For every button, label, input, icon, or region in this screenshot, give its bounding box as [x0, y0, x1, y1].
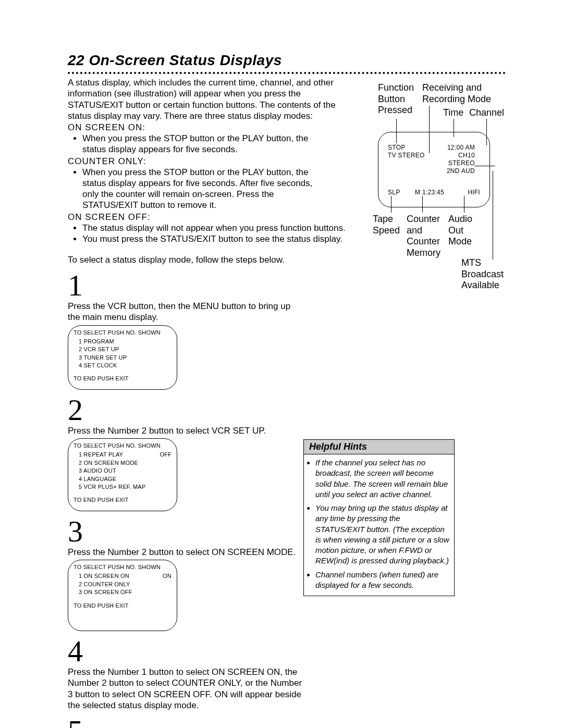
osd-item: 4 LANGUAGE [79, 475, 172, 483]
osd-item: 4 SET CLOCK [79, 362, 172, 369]
mode-on-screen-on-list: When you press the STOP button or the PL… [73, 133, 323, 155]
step-4-number: 4 [68, 636, 506, 667]
title-text: On-Screen Status Displays [89, 52, 282, 68]
hint-item: If the channel you select has no broadca… [315, 458, 451, 500]
tv-stereo: STEREO [448, 159, 475, 167]
tv-stop: STOP [388, 144, 406, 151]
annotation-tape-speed: Tape Speed [373, 214, 404, 236]
osd-header: TO SELECT PUSH NO. SHOWN [74, 563, 172, 571]
step-1-osd: TO SELECT PUSH NO. SHOWN 1 PROGRAM 2 VCR… [68, 325, 177, 390]
tv-time: 12:00 AM [447, 144, 475, 151]
osd-item: 3 ON SCREEN OFF [79, 588, 172, 596]
osd-item: 1 ON SCREEN ON [79, 572, 129, 580]
mode-counter-only-list: When you press the STOP button or the PL… [73, 167, 323, 211]
step-2-osd: TO SELECT PUSH NO. SHOWN 1 REPEAT PLAY O… [68, 438, 177, 511]
tv-channel: CH10 [458, 152, 475, 159]
osd-header: TO SELECT PUSH NO. SHOWN [74, 329, 172, 337]
step-3-text: Press the Number 2 button to select ON S… [68, 547, 302, 558]
page-title: 22 On-Screen Status Displays [68, 52, 506, 69]
osd-footer: TO END PUSH EXIT [74, 496, 172, 504]
mode-on-screen-on-bullet: When you press the STOP button or the PL… [82, 133, 323, 155]
annotation-channel: Channel [469, 107, 504, 119]
osd-header: TO SELECT PUSH NO. SHOWN [74, 442, 172, 450]
osd-item: 2 ON SCREEN MODE [79, 459, 172, 467]
osd-item: 1 REPEAT PLAY [79, 451, 123, 459]
step-2-text: Press the Number 2 button to select VCR … [68, 425, 302, 436]
page-number: 22 [68, 52, 84, 68]
osd-item-status: OFF [160, 451, 172, 459]
annotation-time: Time [443, 107, 463, 119]
tv-slp: SLP [388, 189, 400, 196]
step-3-osd: TO SELECT PUSH NO. SHOWN 1 ON SCREEN ON … [68, 560, 177, 631]
annotation-mts: MTS Broadcast Available [461, 257, 513, 291]
osd-footer: TO END PUSH EXIT [74, 602, 172, 610]
tv-2nd-aud: 2ND AUD [447, 167, 475, 175]
step-4-text: Press the Number 1 button to select ON S… [68, 667, 302, 711]
annotation-function-button: Function Button Pressed [378, 82, 425, 116]
hint-item: Channel numbers (when tuned) are display… [315, 570, 451, 591]
annotation-recording-mode: Receiving and Recording Mode [422, 82, 506, 105]
annotation-audio-out: Audio Out Mode [448, 214, 480, 248]
osd-item: 2 VCR SET UP [79, 346, 172, 353]
step-5-number: 5 [68, 716, 506, 728]
osd-item: 3 TUNER SET UP [79, 354, 172, 362]
osd-item: 3 AUDIO OUT [79, 467, 172, 475]
tv-tvstereo: TV STEREO [388, 152, 425, 159]
helpful-hints-box: Helpful Hints If the channel you select … [303, 439, 455, 596]
intro-paragraph: A status display, which includes the cur… [68, 77, 344, 121]
mode-counter-only-bullet: When you press the STOP button or the PL… [82, 167, 323, 211]
tv-hifi: HIFI [468, 189, 480, 196]
helpful-hints-heading: Helpful Hints [304, 440, 454, 454]
select-intro: To select a status display mode, follow … [68, 255, 313, 265]
title-divider [68, 72, 506, 74]
status-display-diagram: Function Button Pressed Receiving and Re… [313, 77, 511, 338]
hint-item: You may bring up the status display at a… [315, 503, 451, 566]
helpful-hints-list: If the channel you select has no broadca… [308, 458, 451, 590]
annotation-counter: Counter and Counter Memory [407, 214, 448, 258]
tv-screen-icon: STOP TV STEREO 12:00 AM CH10 STEREO 2ND … [378, 132, 490, 207]
osd-item: 1 PROGRAM [79, 338, 172, 346]
osd-footer: TO END PUSH EXIT [74, 375, 172, 382]
osd-item-status: ON [163, 572, 172, 580]
osd-item: 2 COUNTER ONLY [79, 581, 172, 588]
osd-item: 5 VCR PLUS+ REF. MAP [79, 483, 172, 491]
step-1-text: Press the VCR button, then the MENU butt… [68, 301, 302, 323]
tv-counter: M 1:23:45 [415, 189, 444, 196]
step-2-number: 2 [68, 395, 506, 425]
